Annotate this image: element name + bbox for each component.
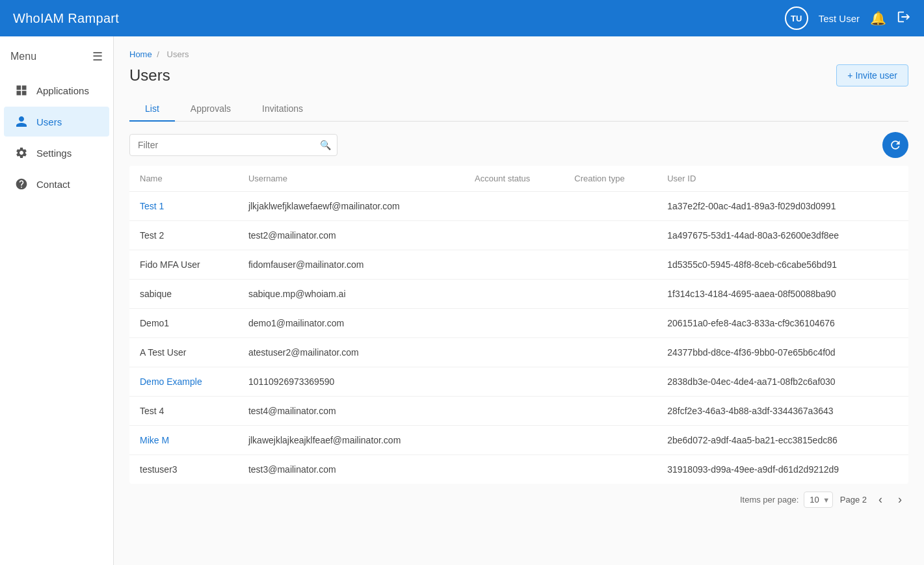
user-username: jlkawejklajkeajklfeaef@mailinator.com [238,426,464,455]
filter-input-wrap: 🔍 [129,134,337,156]
user-name: A Test User [129,338,238,367]
user-account-status [464,338,564,367]
user-username: test4@mailinator.com [238,397,464,426]
user-username: demo1@mailinator.com [238,309,464,338]
items-per-page-label: Items per page: [740,495,799,505]
sidebar-item-settings[interactable]: Settings [4,138,109,168]
user-creation-type [564,367,657,397]
col-account-status: Account status [464,166,564,192]
avatar: TU [785,7,808,30]
table-row: Fido MFA Userfidomfauser@mailinator.com1… [129,250,908,280]
table-row: Demo Example101109269733695902838db3e-04… [129,367,908,397]
user-account-status [464,280,564,309]
user-name: Test 2 [129,221,238,250]
menu-label: Menu [10,51,36,62]
user-name-link[interactable]: Test 1 [140,201,164,211]
filter-input[interactable] [129,134,337,156]
breadcrumb: Home / Users [129,49,908,59]
sidebar: Menu ☰ Applications Users Settings [0,36,114,565]
tabs: List Approvals Invitations [129,97,908,122]
items-per-page-wrap: Items per page: 5 10 25 50 ▼ [740,492,832,508]
user-id: 1a37e2f2-00ac-4ad1-89a3-f029d03d0991 [657,192,908,221]
table-row: Test 2test2@mailinator.com1a497675-53d1-… [129,221,908,250]
user-username: test2@mailinator.com [238,221,464,250]
breadcrumb-home[interactable]: Home [129,49,152,59]
user-account-status [464,221,564,250]
page-label: Page 2 [840,495,867,505]
tab-list[interactable]: List [129,97,175,122]
person-icon [14,114,29,129]
table-header-row: Name Username Account status Creation ty… [129,166,908,192]
table-row: Demo1demo1@mailinator.com206151a0-efe8-4… [129,309,908,338]
user-account-status [464,192,564,221]
filter-bar: 🔍 [129,132,908,158]
pagination-bar: Items per page: 5 10 25 50 ▼ Page 2 ‹ › [129,484,908,510]
user-username: atestuser2@mailinator.com [238,338,464,367]
sidebar-item-applications[interactable]: Applications [4,75,109,105]
user-id: 28fcf2e3-46a3-4b88-a3df-3344367a3643 [657,397,908,426]
next-page-button[interactable]: › [894,492,906,508]
top-nav: WhoIAM Rampart TU Test User 🔔 [0,0,924,36]
tab-approvals[interactable]: Approvals [175,97,246,122]
user-name: testuser3 [129,455,238,484]
user-username: 10110926973369590 [238,367,464,397]
user-id: 2838db3e-04ec-4de4-aa71-08fb2c6af030 [657,367,908,397]
user-name: Test 4 [129,397,238,426]
user-name-link[interactable]: Demo Example [140,376,202,387]
app-title: WhoIAM Rampart [13,11,119,26]
user-username: sabique.mp@whoiam.ai [238,280,464,309]
user-id: 2be6d072-a9df-4aa5-ba21-ecc3815edc86 [657,426,908,455]
prev-page-button[interactable]: ‹ [875,492,886,508]
search-icon: 🔍 [320,140,331,150]
user-id: 24377bbd-d8ce-4f36-9bb0-07e65b6c4f0d [657,338,908,367]
table-row: sabiquesabique.mp@whoiam.ai1f314c13-4184… [129,280,908,309]
gear-icon [14,146,29,160]
user-username: test3@mailinator.com [238,455,464,484]
logout-icon[interactable] [897,10,911,27]
user-creation-type [564,280,657,309]
sidebar-item-applications-label: Applications [36,85,89,96]
user-creation-type [564,426,657,455]
menu-toggle-icon[interactable]: ☰ [92,49,103,64]
table-row: Test 1jlkjaklwefjklawefaewf@mailinator.c… [129,192,908,221]
user-account-status [464,250,564,280]
tab-invitations[interactable]: Invitations [246,97,319,122]
user-account-status [464,426,564,455]
user-name: Demo1 [129,309,238,338]
breadcrumb-current: Users [167,49,189,59]
table-row: Mike Mjlkawejklajkeajklfeaef@mailinator.… [129,426,908,455]
refresh-button[interactable] [882,132,908,158]
col-user-id: User ID [657,166,908,192]
user-id: 1d5355c0-5945-48f8-8ceb-c6cabe56bd91 [657,250,908,280]
user-creation-type [564,397,657,426]
user-username: jlkjaklwefjklawefaewf@mailinator.com [238,192,464,221]
sidebar-item-contact-label: Contact [36,179,70,190]
table-row: Test 4test4@mailinator.com28fcf2e3-46a3-… [129,397,908,426]
user-account-status [464,455,564,484]
username-label: Test User [819,13,860,24]
user-name: sabique [129,280,238,309]
items-per-page-select[interactable]: 5 10 25 50 [804,492,833,508]
layout: Menu ☰ Applications Users Settings [0,36,924,565]
help-icon [14,177,29,191]
notification-icon[interactable]: 🔔 [870,10,886,26]
sidebar-item-contact[interactable]: Contact [4,169,109,199]
col-username: Username [238,166,464,192]
user-creation-type [564,250,657,280]
user-creation-type [564,338,657,367]
user-creation-type [564,192,657,221]
user-name: Fido MFA User [129,250,238,280]
top-nav-right: TU Test User 🔔 [785,7,911,30]
user-creation-type [564,221,657,250]
user-id: 31918093-d99a-49ee-a9df-d61d2d9212d9 [657,455,908,484]
col-name: Name [129,166,238,192]
user-account-status [464,397,564,426]
user-username: fidomfauser@mailinator.com [238,250,464,280]
user-id: 1a497675-53d1-44ad-80a3-62600e3df8ee [657,221,908,250]
sidebar-item-users[interactable]: Users [4,107,109,137]
user-creation-type [564,455,657,484]
invite-user-button[interactable]: + Invite user [836,64,908,86]
col-creation-type: Creation type [564,166,657,192]
user-name-link[interactable]: Mike M [140,435,169,445]
user-creation-type [564,309,657,338]
